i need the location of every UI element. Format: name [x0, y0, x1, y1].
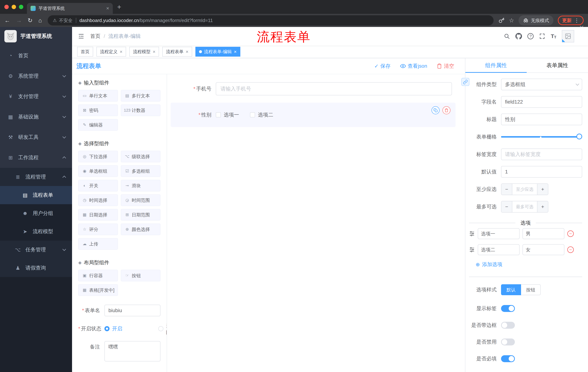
- label-width-input[interactable]: [501, 149, 582, 160]
- component-type-select[interactable]: 多选框组: [501, 79, 582, 90]
- component-counter[interactable]: 123计数器: [121, 105, 160, 116]
- gender-option-2[interactable]: 选项二: [250, 111, 273, 118]
- sidebar-item-workflow[interactable]: ⊞ 工作流程: [0, 148, 72, 168]
- sidebar-item-leave-query[interactable]: ♟ 请假查询: [0, 259, 72, 277]
- bookmark-star-icon[interactable]: ☆: [509, 17, 514, 24]
- decrement-button[interactable]: −: [501, 201, 512, 212]
- component-time-picker[interactable]: ◷时间选择: [78, 194, 118, 206]
- user-avatar[interactable]: [562, 30, 574, 43]
- component-password[interactable]: ⊠密码: [78, 105, 118, 116]
- tag-close-icon[interactable]: ×: [186, 49, 188, 55]
- sidebar-item-process-mgmt[interactable]: ≣ 流程管理: [0, 168, 72, 186]
- component-time-range[interactable]: ◶时间范围: [121, 194, 160, 206]
- search-icon[interactable]: [504, 33, 510, 39]
- sidebar-collapse-icon[interactable]: [78, 33, 84, 40]
- sidebar-item-task-mgmt[interactable]: ⌥ 任务管理: [0, 241, 72, 259]
- sidebar-item-devtools[interactable]: ⚒ 研发工具: [0, 127, 72, 148]
- component-checkbox-group[interactable]: ☑多选框组: [121, 165, 160, 177]
- tag-close-icon[interactable]: ×: [153, 49, 155, 55]
- min-select-value[interactable]: 至少应选: [512, 184, 537, 195]
- component-editor[interactable]: ✎编辑器: [78, 119, 118, 131]
- component-slider[interactable]: ⊸滑块: [121, 180, 160, 191]
- slider-handle[interactable]: [576, 134, 582, 139]
- field-name-input[interactable]: [501, 96, 582, 108]
- sidebar-item-infra[interactable]: ▦ 基础设施: [0, 107, 72, 127]
- browser-tab[interactable]: 芋道管理系统 ×: [27, 3, 113, 14]
- copy-field-button[interactable]: [431, 106, 440, 114]
- grid-slider[interactable]: [501, 131, 582, 143]
- clear-button[interactable]: 清空: [437, 63, 454, 70]
- sidebar-item-payment[interactable]: ¥ 支付管理: [0, 86, 72, 107]
- add-option-button[interactable]: ⊕ 添加选项: [476, 261, 582, 268]
- tag-close-icon[interactable]: ×: [234, 49, 237, 55]
- sidebar-item-user-group[interactable]: ☻ 用户分组: [0, 204, 72, 223]
- component-radio-group[interactable]: ◉单选框组: [78, 165, 118, 177]
- view-json-button[interactable]: 查看json: [400, 63, 427, 70]
- sidebar-item-process-form[interactable]: ▤ 流程表单: [0, 186, 72, 204]
- component-switch[interactable]: ◐开关: [78, 180, 118, 191]
- sidebar-item-process-model[interactable]: ➤ 流程模型: [0, 223, 72, 241]
- title-input[interactable]: [501, 114, 582, 125]
- style-default-button[interactable]: 默认: [501, 284, 521, 295]
- forward-icon[interactable]: →: [16, 17, 22, 24]
- component-rate[interactable]: ☆评分: [78, 223, 118, 235]
- font-size-icon[interactable]: TT: [551, 33, 556, 39]
- tab-close-icon[interactable]: ×: [106, 5, 109, 11]
- component-table[interactable]: ▦表格[开发中]: [78, 284, 118, 296]
- form-name-input[interactable]: [105, 305, 160, 316]
- phone-input[interactable]: [216, 82, 452, 95]
- back-icon[interactable]: ←: [4, 17, 10, 24]
- delete-field-button[interactable]: [442, 106, 451, 114]
- link-icon[interactable]: [461, 78, 469, 86]
- component-cascader[interactable]: ⌥级联选择: [121, 151, 160, 162]
- tab-component-props[interactable]: 组件属性: [465, 58, 527, 73]
- github-icon[interactable]: [515, 33, 522, 40]
- component-date-range[interactable]: ⊞日期范围: [121, 209, 160, 221]
- increment-button[interactable]: +: [537, 201, 548, 212]
- maximize-window-button[interactable]: [19, 5, 23, 9]
- tag-close-icon[interactable]: ×: [120, 49, 122, 55]
- phone-field-row[interactable]: *手机号: [183, 82, 452, 95]
- component-select[interactable]: ◎下拉选择: [78, 151, 118, 162]
- component-single-text[interactable]: ▭单行文本: [78, 90, 118, 102]
- password-key-icon[interactable]: [499, 18, 504, 23]
- browser-menu-icon[interactable]: ⋮: [574, 18, 579, 23]
- border-switch[interactable]: [501, 322, 515, 329]
- breadcrumb-home[interactable]: 首页: [90, 33, 100, 40]
- sidebar-item-system[interactable]: ⚙ 系统管理: [0, 66, 72, 86]
- drag-handle-icon[interactable]: [469, 247, 475, 253]
- tag-process-definition[interactable]: 流程定义 ×: [96, 47, 126, 57]
- component-row-container[interactable]: ▣行容器: [78, 270, 118, 281]
- new-tab-button[interactable]: +: [117, 2, 121, 11]
- component-color-picker[interactable]: ⊛颜色选择: [121, 223, 160, 235]
- drag-handle-icon[interactable]: [469, 231, 475, 237]
- show-label-switch[interactable]: [501, 305, 515, 312]
- reload-icon[interactable]: ↻: [28, 17, 32, 24]
- option-label-input[interactable]: [478, 228, 520, 239]
- decrement-button[interactable]: −: [501, 184, 512, 195]
- tag-process-model[interactable]: 流程模型 ×: [129, 47, 159, 57]
- max-select-value[interactable]: 最多可选: [512, 201, 537, 212]
- status-on-radio[interactable]: 开启: [105, 325, 149, 332]
- component-button[interactable]: ☞按钮: [121, 270, 160, 281]
- style-button-button[interactable]: 按钮: [521, 284, 541, 295]
- close-window-button[interactable]: [4, 5, 9, 9]
- default-value-input[interactable]: [501, 166, 582, 178]
- remove-option-button[interactable]: −: [567, 230, 574, 237]
- disabled-switch[interactable]: [501, 339, 515, 345]
- gender-field-selected[interactable]: *性别 选项一 选项二: [171, 103, 456, 127]
- form-remark-textarea[interactable]: 嘿嘿: [105, 341, 160, 361]
- remove-option-button[interactable]: −: [567, 246, 574, 253]
- option-value-input[interactable]: [523, 228, 564, 239]
- tab-form-props[interactable]: 表单属性: [527, 58, 588, 73]
- status-off-radio[interactable]: 关闭: [158, 322, 167, 336]
- component-date-picker[interactable]: ▦日期选择: [78, 209, 118, 221]
- gender-option-1[interactable]: 选项一: [216, 111, 239, 118]
- component-upload[interactable]: ☁上传: [78, 238, 118, 250]
- component-textarea[interactable]: ▤多行文本: [121, 90, 160, 102]
- browser-update-button[interactable]: 更新 ⋮: [558, 16, 584, 25]
- fullscreen-icon[interactable]: [539, 33, 545, 39]
- option-label-input[interactable]: [478, 244, 520, 255]
- option-value-input[interactable]: [523, 244, 564, 255]
- help-icon[interactable]: ?: [527, 33, 534, 39]
